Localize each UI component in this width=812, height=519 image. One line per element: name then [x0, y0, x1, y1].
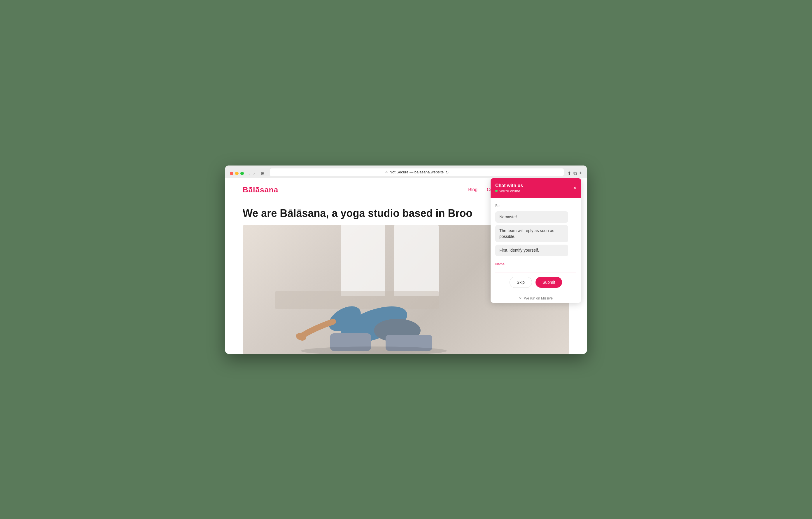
chat-input-group: Name — [495, 262, 576, 273]
new-tab-button[interactable]: + — [579, 170, 582, 176]
name-input[interactable] — [495, 262, 576, 273]
bot-label: Bot — [495, 204, 576, 208]
nav-blog[interactable]: Blog — [468, 187, 477, 192]
browser-chrome: ‹ › ⊞ ⚠ Not Secure — balasana.website ↻ … — [225, 165, 587, 179]
website-content: Bālāsana Blog Courses Location Sample Cl… — [225, 179, 587, 354]
browser-top-bar: ‹ › ⊞ ⚠ Not Secure — balasana.website ↻ … — [230, 168, 582, 179]
chat-actions: Skip Submit — [495, 277, 576, 288]
duplicate-button[interactable]: ⧉ — [573, 170, 577, 176]
chat-header: Chat with us We're online × — [491, 179, 581, 198]
url-text: Not Secure — balasana.website — [390, 170, 444, 174]
status-dot — [495, 190, 498, 192]
nav-arrows: ‹ › — [247, 170, 256, 176]
chat-body: Bot Namaste! The team will reply as soon… — [491, 198, 581, 293]
forward-button[interactable]: › — [252, 170, 256, 176]
address-bar[interactable]: ⚠ Not Secure — balasana.website ↻ — [270, 168, 564, 176]
tab-view-button[interactable]: ⊞ — [259, 170, 266, 176]
chat-header-info: Chat with us We're online — [495, 183, 523, 193]
reload-button[interactable]: ↻ — [445, 170, 449, 174]
chat-footer-text: We run on Missive — [524, 296, 552, 300]
skip-button[interactable]: Skip — [510, 277, 532, 288]
status-text: We're online — [499, 189, 520, 193]
yoga-figure — [286, 266, 461, 354]
maximize-window-button[interactable] — [240, 172, 244, 175]
site-logo: Bālāsana — [243, 185, 278, 194]
minimize-window-button[interactable] — [235, 172, 239, 175]
submit-button[interactable]: Submit — [535, 277, 562, 288]
share-button[interactable]: ⬆ — [567, 170, 571, 176]
name-input-label: Name — [495, 262, 504, 266]
back-button[interactable]: ‹ — [247, 170, 251, 176]
chat-bubble-1: Namaste! — [495, 211, 568, 223]
chat-bubble-3: First, identify yourself. — [495, 245, 568, 256]
chat-widget: Chat with us We're online × Bot Namaste!… — [491, 179, 581, 303]
traffic-lights — [230, 172, 244, 175]
browser-window: ‹ › ⊞ ⚠ Not Secure — balasana.website ↻ … — [225, 165, 587, 354]
close-window-button[interactable] — [230, 172, 233, 175]
browser-actions: ⬆ ⧉ + — [567, 170, 582, 176]
chat-close-button[interactable]: × — [573, 185, 576, 191]
chat-form: Name Skip Submit — [495, 262, 576, 288]
chat-status: We're online — [495, 189, 523, 193]
chat-bubble-2: The team will reply as soon as possible. — [495, 225, 568, 242]
chat-footer: ✕ We run on Missive — [491, 294, 581, 303]
missive-icon: ✕ — [519, 296, 522, 300]
chat-messages: Bot Namaste! The team will reply as soon… — [495, 204, 576, 256]
chat-title: Chat with us — [495, 183, 523, 188]
security-icon: ⚠ — [385, 170, 388, 174]
